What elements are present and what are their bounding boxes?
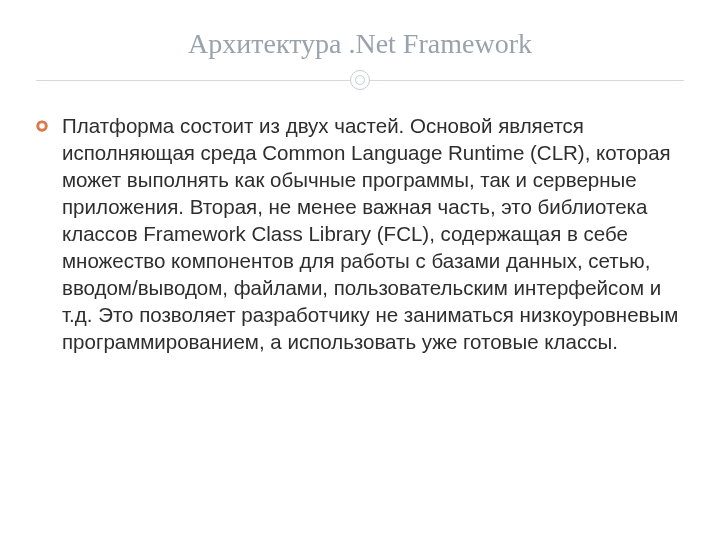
divider-circle-inner-icon	[355, 75, 365, 85]
bullet-icon	[36, 120, 48, 132]
slide-title: Архитектура .Net Framework	[36, 28, 684, 60]
slide: Архитектура .Net Framework Платформа сос…	[0, 0, 720, 540]
divider-circle-icon	[350, 70, 370, 90]
body-text: Платформа состоит из двух частей. Осново…	[62, 112, 682, 355]
body-container: Платформа состоит из двух частей. Осново…	[36, 112, 684, 355]
title-divider	[36, 70, 684, 90]
